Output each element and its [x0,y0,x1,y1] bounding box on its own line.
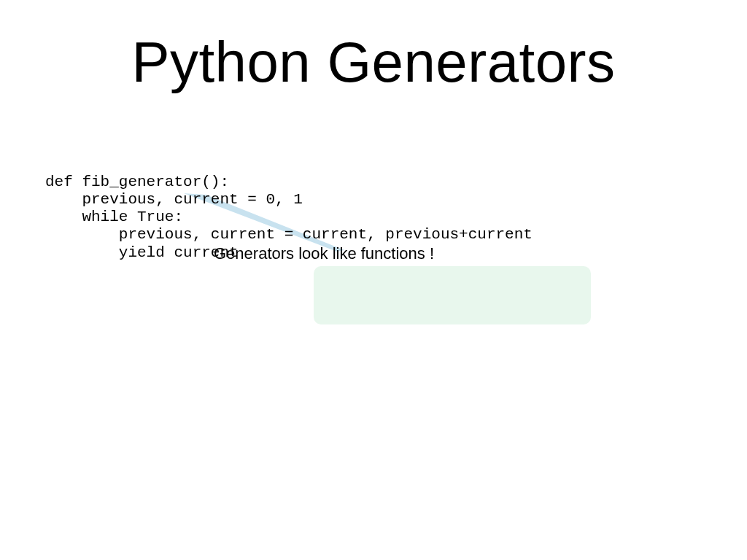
slide: Python Generators def fib_generator(): p… [0,0,747,560]
annotation-text: Generators look like functions ! [214,244,434,263]
callout-box [314,266,591,324]
slide-title: Python Generators [0,29,747,96]
